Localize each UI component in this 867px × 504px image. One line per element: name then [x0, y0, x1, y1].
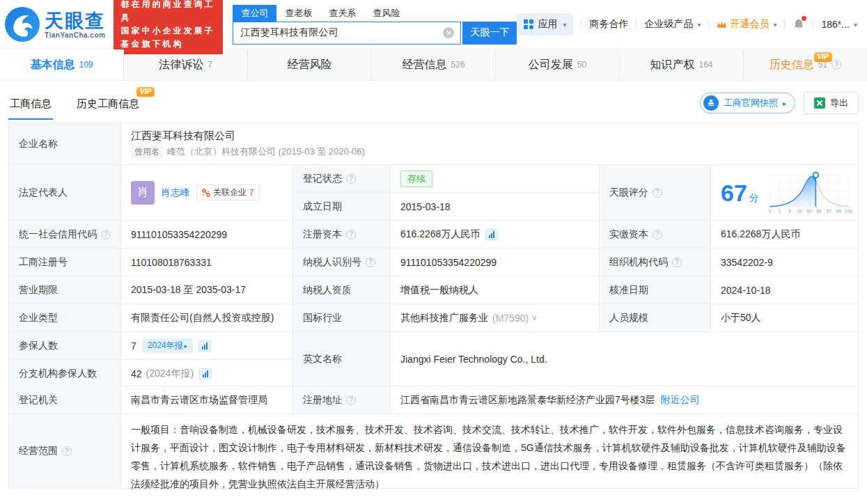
tab-count: 50: [577, 60, 586, 70]
table-row: 工商注册号 110108018763331 纳税人识别号? 9111010533…: [9, 249, 858, 276]
field-value: Jiangxi Feier Technology Co., Ltd.: [391, 332, 858, 386]
chevron-down-icon: ▾: [773, 21, 776, 29]
export-button[interactable]: 导出: [804, 92, 859, 114]
subtab-label: 工商信息: [10, 97, 52, 109]
former-name: 峰范（北京）科技有限公司 (2015-03 至 2020-06): [167, 145, 365, 158]
tianyancha-logo[interactable]: 天眼查 TianYanCha.com: [4, 6, 105, 42]
score-distribution-chart: 0 1 3 15 50 85 97 99 100: [765, 170, 854, 216]
nav-business-cooperation[interactable]: 商务合作: [589, 18, 628, 31]
field-value: 其他科技推广服务业 (M7590) ∨: [391, 304, 600, 331]
help-icon[interactable]: ?: [366, 258, 375, 267]
notification-dot: [802, 16, 806, 21]
tab-count: 164: [698, 60, 712, 70]
annual-report-badge[interactable]: 2024年报 ▸: [142, 338, 193, 353]
snapshot-label: 工商官网快照: [724, 97, 778, 109]
divider: [784, 19, 785, 29]
top-nav: 应用 ▾ 商务合作 企业级产品 ▾ 开通会员 ▾ 186*...: [517, 13, 857, 36]
help-icon[interactable]: ?: [653, 188, 662, 198]
search-tab-company[interactable]: 查公司: [233, 5, 276, 22]
chevron-down-icon[interactable]: ∨: [531, 313, 537, 322]
field-value: 42 (2024年报): [121, 360, 292, 387]
subtab-label: 历史工商信息: [77, 97, 139, 109]
related-companies-badge[interactable]: 关联企业 7: [196, 184, 260, 200]
search-button[interactable]: 天眼一下: [462, 22, 517, 45]
search-tab-relation[interactable]: 查关系: [320, 5, 364, 22]
tab-label: 法律诉讼: [159, 58, 203, 72]
divider: [813, 19, 813, 29]
help-icon[interactable]: ?: [672, 258, 682, 267]
tab-legal-proceedings[interactable]: 法律诉讼 7: [124, 49, 248, 80]
svg-text:3: 3: [788, 209, 791, 214]
nav-open-vip[interactable]: 开通会员 ▾: [717, 18, 776, 31]
table-row: 经营范围? 一般项目：音响设备制造，机械设备研发，技术服务、技术开发、技术咨询、…: [9, 414, 858, 488]
help-icon[interactable]: ?: [346, 174, 356, 184]
chevron-down-icon: ▾: [563, 21, 566, 29]
table-row: 企业类型 有限责任公司(自然人投资或控股) 国标行业 其他科技推广服务业 (M7…: [9, 304, 858, 332]
field-label: 英文名称: [293, 332, 391, 386]
enterprise-label: 企业级产品: [644, 18, 693, 31]
chevron-down-icon: ▾: [854, 21, 857, 29]
field-label: 经营范围?: [9, 414, 121, 488]
field-label: 实缴资本?: [600, 221, 711, 248]
main-tabbar: 基本信息 109 法律诉讼 7 经营风险 经营信息 526 公司发展 50 知识…: [0, 49, 867, 81]
search-tab-risk[interactable]: 查风险: [364, 5, 408, 22]
search-tab-boss[interactable]: 查老板: [276, 5, 320, 22]
apps-label: 应用: [538, 18, 557, 31]
trend-chart-icon[interactable]: [198, 340, 211, 352]
field-label: 登记状态 ?: [293, 165, 391, 192]
avatar[interactable]: 肖: [131, 181, 155, 205]
help-icon[interactable]: ?: [62, 446, 72, 456]
legal-rep-link[interactable]: 肖志峰: [161, 187, 190, 199]
field-label: 天眼评分 ?: [600, 165, 711, 220]
help-icon[interactable]: ?: [653, 230, 662, 239]
field-value: 911101053354220299: [391, 249, 600, 276]
search-input[interactable]: [233, 22, 461, 45]
field-value: 2015-03-18 至 2035-03-17: [121, 276, 293, 304]
notification-bell-icon[interactable]: [792, 18, 805, 31]
help-icon[interactable]: ?: [101, 230, 111, 239]
field-label: 纳税人识别号?: [293, 249, 391, 276]
field-label: 法定代表人: [9, 165, 121, 220]
divider: [636, 19, 636, 29]
stamp-icon: [703, 95, 719, 111]
help-icon[interactable]: ?: [831, 60, 841, 70]
tab-company-development[interactable]: 公司发展 50: [496, 49, 620, 80]
tab-label: 基本信息: [30, 58, 75, 72]
score-cell: 67分: [711, 165, 858, 220]
field-value: 616.2268万人民币: [391, 221, 600, 248]
table-row: 营业期限 2015-03-18 至 2035-03-17 纳税人资质 增值税一般…: [9, 276, 858, 304]
subtab-business-registration[interactable]: 工商信息: [8, 97, 53, 120]
field-label: 工商注册号: [9, 249, 121, 276]
tab-intellectual-property[interactable]: 知识产权 164: [620, 49, 744, 80]
tab-history-info[interactable]: VIP 历史信息 51 ?: [744, 49, 867, 80]
help-icon[interactable]: ?: [346, 230, 356, 239]
subtab-history-business-registration[interactable]: VIP 历史工商信息: [75, 97, 141, 120]
field-value: 有限责任公司(自然人投资或控股): [121, 304, 293, 331]
industry-code: (M7590): [492, 313, 529, 324]
tab-count: 109: [79, 60, 93, 70]
tab-operational-risk[interactable]: 经营风险: [248, 49, 372, 80]
score-value: 67: [721, 180, 747, 206]
arrow-right-icon: ▸: [783, 100, 786, 107]
field-label: 统一社会信用代码?: [9, 221, 121, 248]
table-row: 参保人数 7 2024年报 ▸ 分支机构参保人数 42 (2024年报): [9, 332, 858, 386]
svg-text:15: 15: [797, 209, 802, 214]
apps-menu[interactable]: 应用 ▾: [517, 13, 573, 36]
svg-text:97: 97: [827, 209, 832, 214]
help-icon[interactable]: ?: [346, 395, 356, 405]
tab-basic-info[interactable]: 基本信息 109: [0, 49, 124, 80]
field-value: 增值税一般纳税人: [391, 276, 600, 304]
vip-badge: VIP: [136, 87, 155, 97]
company-name: 江西斐耳科技有限公司: [131, 129, 365, 143]
user-phone: 186*...: [821, 19, 849, 30]
trend-chart-icon[interactable]: [485, 229, 498, 240]
tab-business-info[interactable]: 经营信息 526: [372, 49, 496, 80]
crown-icon: [717, 20, 727, 29]
user-account[interactable]: 186*... ▾: [821, 19, 857, 30]
tianyancha-logo-icon: [4, 6, 40, 42]
nav-enterprise-products[interactable]: 企业级产品 ▾: [644, 18, 701, 31]
trend-chart-icon[interactable]: [199, 368, 212, 379]
table-row: 登记机关 南昌市青云谱区市场监督管理局 注册地址? 江西省南昌市青云谱区新地路景…: [9, 386, 858, 414]
nearby-companies-link[interactable]: 附近公司: [661, 394, 700, 407]
official-snapshot-button[interactable]: 工商官网快照 ▸: [700, 93, 795, 113]
